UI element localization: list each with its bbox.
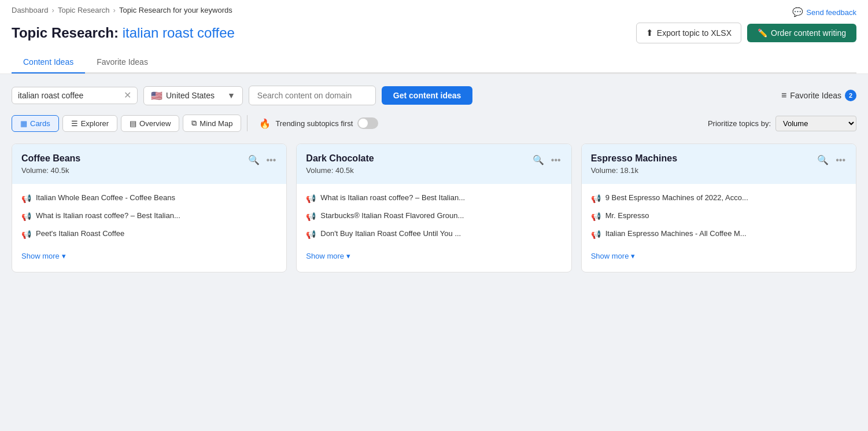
export-button[interactable]: ⬆ Export topic to XLSX xyxy=(636,23,741,43)
card-1: Dark Chocolate Volume: 40.5k 🔍 ••• 📢 Wha… xyxy=(296,143,571,272)
show-more-button[interactable]: Show more ▾ xyxy=(591,247,636,263)
show-more-button[interactable]: Show more ▾ xyxy=(306,247,350,263)
show-more-label: Show more xyxy=(591,252,629,260)
favorite-ideas-label: Favorite Ideas xyxy=(790,91,841,100)
mindmap-icon: ⧉ xyxy=(191,119,197,128)
view-controls: ▦ Cards ☰ Explorer ▤ Overview ⧉ Mind Map… xyxy=(12,115,856,132)
mindmap-label: Mind Map xyxy=(200,119,232,128)
card-item-text: Peet's Italian Roast Coffee xyxy=(36,229,124,238)
card-item: 📢 What is Italian roast coffee? – Best I… xyxy=(306,193,562,203)
prioritize-label: Prioritize topics by: xyxy=(708,119,771,128)
show-more-button[interactable]: Show more ▾ xyxy=(21,247,66,263)
favorite-ideas-button[interactable]: ≡ Favorite Ideas 2 xyxy=(781,90,856,101)
tab-favorite-ideas[interactable]: Favorite Ideas xyxy=(85,51,160,73)
card-title: Dark Chocolate xyxy=(306,153,374,164)
topic-icon: 📢 xyxy=(306,194,316,203)
topic-icon: 📢 xyxy=(591,212,601,221)
card-search-button[interactable]: 🔍 xyxy=(531,153,545,167)
topic-icon: 📢 xyxy=(21,194,31,203)
order-content-button[interactable]: ✏️ Order content writing xyxy=(747,24,856,42)
show-more-label: Show more xyxy=(21,252,60,260)
card-item-text: Starbucks® Italian Roast Flavored Groun.… xyxy=(320,211,464,220)
card-body: 📢 What is Italian roast coffee? – Best I… xyxy=(297,184,571,272)
card-header: Coffee Beans Volume: 40.5k 🔍 ••• xyxy=(12,144,286,184)
card-body: 📢 Italian Whole Bean Coffee - Coffee Bea… xyxy=(12,184,286,272)
card-2: Espresso Machines Volume: 18.1k 🔍 ••• 📢 … xyxy=(581,143,856,272)
card-header-actions: 🔍 ••• xyxy=(531,153,562,167)
card-title: Coffee Beans xyxy=(21,153,80,164)
chevron-down-icon: ▾ xyxy=(631,252,635,260)
main-content: ✕ 🇺🇸 United States United Kingdom Canada… xyxy=(0,74,868,284)
card-item: 📢 Italian Espresso Machines - All Coffee… xyxy=(591,229,847,239)
tabs-row: Content Ideas Favorite Ideas xyxy=(12,51,856,73)
card-item-text: Don't Buy Italian Roast Coffee Until You… xyxy=(320,229,461,238)
toggle-knob xyxy=(359,119,368,128)
send-feedback-label: Send feedback xyxy=(806,8,856,17)
topic-icon: 📢 xyxy=(306,230,316,239)
keyword-input[interactable] xyxy=(18,91,119,100)
view-mindmap-button[interactable]: ⧉ Mind Map xyxy=(183,115,241,132)
export-icon: ⬆ xyxy=(646,28,653,38)
topic-icon: 📢 xyxy=(591,194,601,203)
card-item: 📢 Starbucks® Italian Roast Flavored Grou… xyxy=(306,211,562,221)
clear-keyword-button[interactable]: ✕ xyxy=(124,91,131,100)
chevron-down-icon: ▾ xyxy=(346,252,350,260)
card-item-text: Italian Espresso Machines - All Coffee M… xyxy=(605,229,747,238)
page-title: Topic Research: italian roast coffee xyxy=(12,25,235,41)
explorer-icon: ☰ xyxy=(71,119,78,128)
card-item-text: What is Italian roast coffee? – Best Ita… xyxy=(320,193,465,202)
country-select[interactable]: United States United Kingdom Canada Aust… xyxy=(166,91,224,100)
country-flag: 🇺🇸 xyxy=(151,90,162,101)
card-item-text: Mr. Espresso xyxy=(605,211,649,220)
cards-grid: Coffee Beans Volume: 40.5k 🔍 ••• 📢 Itali… xyxy=(12,143,856,272)
page-header: Topic Research: italian roast coffee ⬆ E… xyxy=(12,18,856,51)
view-overview-button[interactable]: ▤ Overview xyxy=(121,115,179,132)
get-ideas-button[interactable]: Get content ideas xyxy=(382,86,472,105)
domain-search-input[interactable] xyxy=(249,86,376,105)
card-more-button[interactable]: ••• xyxy=(550,154,562,167)
cards-icon: ▦ xyxy=(20,119,27,128)
card-item: 📢 What is Italian roast coffee? – Best I… xyxy=(21,211,277,221)
chevron-down-icon: ▾ xyxy=(62,252,66,260)
trending-toggle-wrap: 🔥 Trending subtopics first xyxy=(259,117,378,129)
breadcrumb-topic-research[interactable]: Topic Research xyxy=(58,6,110,14)
breadcrumb: Dashboard › Topic Research › Topic Resea… xyxy=(12,0,232,18)
tab-content-ideas[interactable]: Content Ideas xyxy=(12,51,85,73)
topic-icon: 📢 xyxy=(591,230,601,239)
view-explorer-button[interactable]: ☰ Explorer xyxy=(62,115,117,132)
cards-label: Cards xyxy=(30,119,50,128)
prioritize-wrap: Prioritize topics by: Volume Difficulty … xyxy=(708,116,856,131)
prioritize-select[interactable]: Volume Difficulty Topic Efficiency xyxy=(775,116,856,131)
overview-label: Overview xyxy=(139,119,171,128)
card-item-text: Italian Whole Bean Coffee - Coffee Beans xyxy=(36,193,175,202)
card-search-button[interactable]: 🔍 xyxy=(816,153,830,167)
card-item: 📢 Peet's Italian Roast Coffee xyxy=(21,229,277,239)
breadcrumb-dashboard[interactable]: Dashboard xyxy=(12,6,49,14)
search-bar: ✕ 🇺🇸 United States United Kingdom Canada… xyxy=(12,86,856,105)
order-label: Order content writing xyxy=(771,28,846,38)
topic-icon: 📢 xyxy=(21,230,31,239)
order-icon: ✏️ xyxy=(758,28,767,38)
card-search-button[interactable]: 🔍 xyxy=(247,153,261,167)
fire-icon: 🔥 xyxy=(259,118,271,129)
trending-label: Trending subtopics first xyxy=(275,119,353,128)
view-cards-button[interactable]: ▦ Cards xyxy=(12,115,59,132)
country-select-wrap: 🇺🇸 United States United Kingdom Canada A… xyxy=(143,86,243,105)
export-label: Export topic to XLSX xyxy=(657,28,732,38)
overview-icon: ▤ xyxy=(130,119,136,128)
card-more-button[interactable]: ••• xyxy=(834,154,847,167)
card-header: Dark Chocolate Volume: 40.5k 🔍 ••• xyxy=(297,144,571,184)
breadcrumb-current: Topic Research for your keywords xyxy=(119,6,232,14)
card-volume: Volume: 40.5k xyxy=(21,166,80,175)
card-item: 📢 9 Best Espresso Machines of 2022, Acco… xyxy=(591,193,847,203)
card-more-button[interactable]: ••• xyxy=(265,154,278,167)
header-actions: ⬆ Export topic to XLSX ✏️ Order content … xyxy=(636,23,856,43)
send-feedback-link[interactable]: 💬 Send feedback xyxy=(792,7,856,17)
card-volume: Volume: 18.1k xyxy=(591,166,677,175)
trending-toggle-switch[interactable] xyxy=(357,117,378,129)
country-chevron-icon: ▼ xyxy=(227,91,235,100)
card-title: Espresso Machines xyxy=(591,153,677,164)
card-body: 📢 9 Best Espresso Machines of 2022, Acco… xyxy=(582,184,856,272)
card-item-text: 9 Best Espresso Machines of 2022, Acco..… xyxy=(605,193,748,202)
card-0: Coffee Beans Volume: 40.5k 🔍 ••• 📢 Itali… xyxy=(12,143,287,272)
